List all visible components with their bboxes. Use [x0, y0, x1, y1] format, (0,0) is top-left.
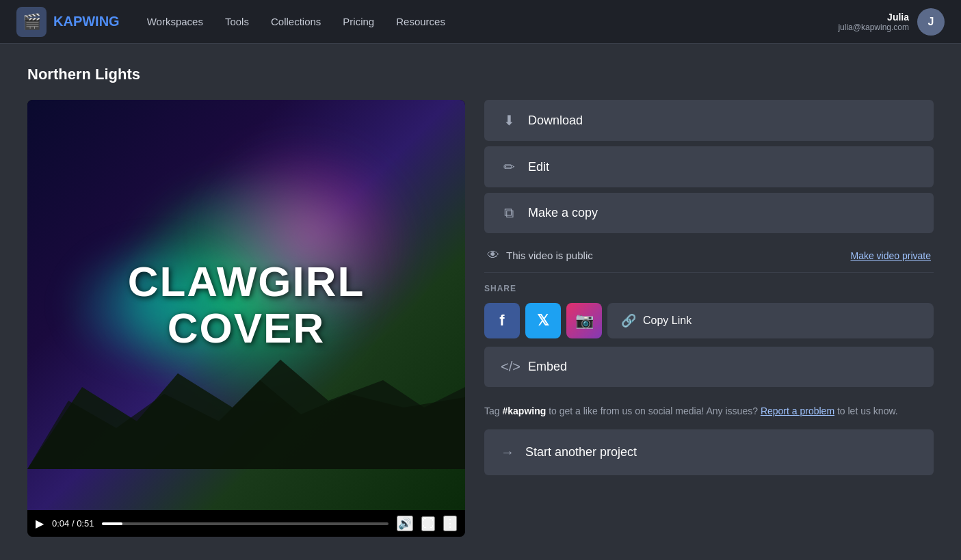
twitter-share-button[interactable]: 𝕏	[525, 303, 561, 338]
page-title: Northern Lights	[27, 66, 934, 83]
header: 🎬 KAPWING Workspaces Tools Collections P…	[0, 0, 961, 44]
start-project-label: Start another project	[525, 445, 637, 459]
user-area: Julia julia@kapwing.com J	[838, 8, 945, 36]
nav-collections[interactable]: Collections	[271, 16, 321, 27]
edit-icon: ✏	[501, 159, 517, 175]
embed-icon: </>	[501, 359, 517, 375]
tag-text: Tag #kapwing to get a like from us on so…	[484, 403, 934, 418]
nav-resources[interactable]: Resources	[396, 16, 445, 27]
main-content: Northern Lights CLAWGIRL COVER	[0, 44, 961, 559]
tag-suffix: to let us know.	[834, 405, 898, 416]
make-copy-label: Make a copy	[528, 206, 598, 220]
progress-fill	[102, 522, 122, 525]
video-container: CLAWGIRL COVER ▶ 0:04 / 0:51	[27, 100, 465, 537]
avatar[interactable]: J	[917, 8, 945, 36]
progress-bar[interactable]	[102, 522, 389, 525]
copy-link-label: Copy Link	[643, 315, 692, 327]
play-button[interactable]: ▶	[36, 517, 44, 530]
video-thumbnail[interactable]: CLAWGIRL COVER	[27, 100, 465, 510]
make-private-link[interactable]: Make video private	[850, 250, 931, 261]
instagram-share-button[interactable]: 📷	[566, 303, 602, 338]
tag-middle: to get a like from us on social media! A…	[546, 405, 761, 416]
nav-workspaces[interactable]: Workspaces	[147, 16, 203, 27]
right-panel: ⬇ Download ✏ Edit ⧉ Make a copy 👁 This v…	[484, 100, 934, 475]
tag-prefix: Tag	[484, 405, 502, 416]
download-icon: ⬇	[501, 112, 517, 129]
content-area: CLAWGIRL COVER ▶ 0:04 / 0:51	[27, 100, 934, 537]
copy-icon: ⧉	[501, 205, 517, 221]
copy-link-button[interactable]: 🔗 Copy Link	[607, 303, 934, 338]
arrow-right-icon: →	[501, 444, 514, 460]
video-overlay-text: CLAWGIRL COVER	[128, 258, 365, 351]
logo[interactable]: 🎬 KAPWING	[16, 7, 120, 37]
user-info: Julia julia@kapwing.com	[838, 12, 909, 32]
public-status-text: This video is public	[506, 250, 593, 261]
nav-pricing[interactable]: Pricing	[343, 16, 374, 27]
logo-text: KAPWING	[53, 14, 120, 29]
public-status-left: 👁 This video is public	[487, 248, 593, 263]
time-display: 0:04 / 0:51	[52, 518, 94, 529]
user-email: julia@kapwing.com	[838, 23, 909, 32]
report-problem-link[interactable]: Report a problem	[761, 405, 834, 416]
navigation: Workspaces Tools Collections Pricing Res…	[147, 16, 839, 27]
user-name: Julia	[838, 12, 909, 23]
download-label: Download	[528, 114, 583, 128]
video-title-line2: COVER	[128, 305, 365, 351]
share-buttons-row: f 𝕏 📷 🔗 Copy Link	[484, 303, 934, 338]
mountains-silhouette	[27, 346, 465, 469]
video-title-line1: CLAWGIRL	[128, 258, 365, 305]
video-controls: ▶ 0:04 / 0:51 🔊 ⛶ ⋮	[27, 510, 465, 537]
embed-label: Embed	[528, 360, 567, 374]
volume-button[interactable]: 🔊	[397, 516, 413, 531]
edit-button[interactable]: ✏ Edit	[484, 146, 934, 187]
fullscreen-button[interactable]: ⛶	[421, 516, 435, 531]
eye-icon: 👁	[487, 248, 499, 263]
facebook-share-button[interactable]: f	[484, 303, 520, 338]
public-status-row: 👁 This video is public Make video privat…	[484, 239, 934, 273]
make-copy-button[interactable]: ⧉ Make a copy	[484, 193, 934, 233]
more-options-button[interactable]: ⋮	[443, 516, 457, 531]
share-label: SHARE	[484, 284, 934, 293]
download-button[interactable]: ⬇ Download	[484, 100, 934, 141]
start-another-project-button[interactable]: → Start another project	[484, 429, 934, 475]
tag-hashtag: #kapwing	[502, 405, 546, 416]
embed-button[interactable]: </> Embed	[484, 347, 934, 387]
link-icon: 🔗	[621, 313, 636, 328]
logo-icon: 🎬	[16, 7, 47, 37]
nav-tools[interactable]: Tools	[225, 16, 249, 27]
edit-label: Edit	[528, 160, 549, 174]
